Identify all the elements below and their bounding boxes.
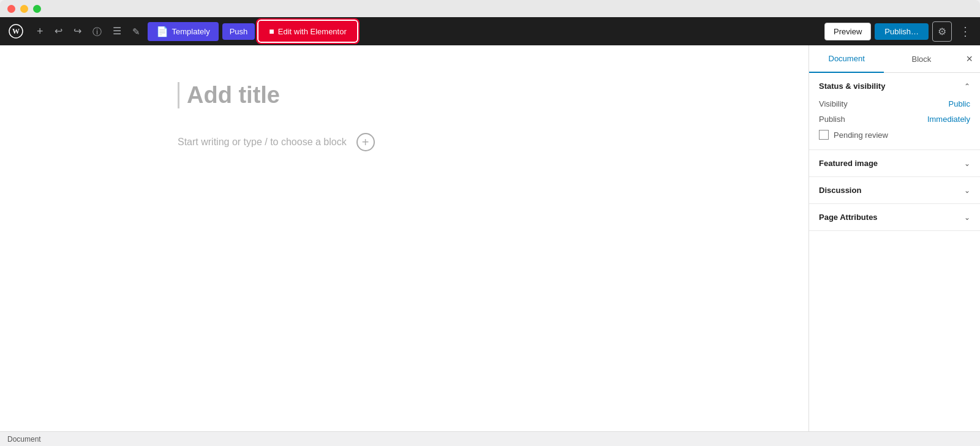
traffic-light-fullscreen[interactable] bbox=[33, 5, 41, 13]
traffic-light-close[interactable] bbox=[7, 5, 15, 13]
add-block-toolbar-button[interactable]: + bbox=[33, 22, 47, 40]
title-input[interactable]: Add title bbox=[178, 82, 631, 108]
main-toolbar: W + ↩ ↪ ⓘ ☰ ✎ 📄 Templately Push ■ Edit w… bbox=[0, 17, 980, 45]
redo-button[interactable]: ↪ bbox=[70, 23, 85, 40]
discussion-section: Discussion ⌄ bbox=[809, 177, 980, 204]
templately-button[interactable]: 📄 Templately bbox=[148, 22, 219, 41]
edit-button[interactable]: ✎ bbox=[129, 23, 144, 40]
sidebar-tabs: Document Block × bbox=[809, 45, 980, 73]
status-visibility-header[interactable]: Status & visibility ⌃ bbox=[809, 73, 980, 99]
visibility-row: Visibility Public bbox=[819, 99, 970, 108]
publish-value[interactable]: Immediately bbox=[927, 115, 970, 124]
edit-with-elementor-button[interactable]: ■ Edit with Elementor bbox=[258, 21, 356, 42]
status-visibility-content: Visibility Public Publish Immediately Pe… bbox=[809, 99, 980, 149]
elementor-icon: ■ bbox=[269, 26, 274, 36]
page-attributes-section: Page Attributes ⌄ bbox=[809, 204, 980, 231]
sidebar-close-button[interactable]: × bbox=[959, 45, 981, 72]
status-chevron-icon: ⌃ bbox=[964, 82, 970, 91]
featured-image-chevron-icon: ⌄ bbox=[964, 159, 970, 168]
editor-area: Add title Start writing or type / to cho… bbox=[0, 45, 809, 431]
pending-review-label: Pending review bbox=[834, 130, 888, 140]
sidebar-body: Status & visibility ⌃ Visibility Public … bbox=[809, 73, 980, 431]
right-sidebar: Document Block × Status & visibility ⌃ V… bbox=[809, 45, 980, 431]
window-chrome bbox=[0, 0, 980, 17]
info-button[interactable]: ⓘ bbox=[89, 23, 105, 40]
featured-image-title: Featured image bbox=[819, 159, 878, 168]
publish-label: Publish bbox=[819, 115, 845, 124]
push-button[interactable]: Push bbox=[222, 23, 255, 40]
status-bar-text: Document bbox=[7, 435, 41, 444]
pending-review-row: Pending review bbox=[819, 130, 970, 140]
status-visibility-title: Status & visibility bbox=[819, 81, 885, 91]
block-placeholder-area: Start writing or type / to choose a bloc… bbox=[178, 133, 631, 151]
list-view-button[interactable]: ☰ bbox=[109, 23, 125, 40]
placeholder-text: Start writing or type / to choose a bloc… bbox=[178, 137, 347, 148]
featured-image-header[interactable]: Featured image ⌄ bbox=[809, 150, 980, 176]
preview-button[interactable]: Preview bbox=[824, 23, 871, 40]
discussion-chevron-icon: ⌄ bbox=[964, 186, 970, 195]
more-options-button[interactable]: ⋮ bbox=[956, 21, 975, 41]
plus-icon: + bbox=[362, 135, 369, 149]
add-block-inline-button[interactable]: + bbox=[356, 133, 375, 151]
status-visibility-section: Status & visibility ⌃ Visibility Public … bbox=[809, 73, 980, 150]
tab-document[interactable]: Document bbox=[809, 45, 884, 73]
editor-content: Add title Start writing or type / to cho… bbox=[178, 82, 631, 151]
undo-button[interactable]: ↩ bbox=[51, 23, 66, 40]
discussion-header[interactable]: Discussion ⌄ bbox=[809, 177, 980, 203]
visibility-value[interactable]: Public bbox=[949, 99, 970, 108]
settings-button[interactable]: ⚙ bbox=[932, 21, 952, 42]
page-attributes-chevron-icon: ⌄ bbox=[964, 213, 970, 222]
page-attributes-title: Page Attributes bbox=[819, 213, 878, 222]
publish-row: Publish Immediately bbox=[819, 115, 970, 124]
featured-image-section: Featured image ⌄ bbox=[809, 150, 980, 177]
pending-review-checkbox[interactable] bbox=[819, 130, 829, 140]
publish-button[interactable]: Publish… bbox=[875, 23, 929, 40]
page-attributes-header[interactable]: Page Attributes ⌄ bbox=[809, 204, 980, 230]
main-layout: Add title Start writing or type / to cho… bbox=[0, 45, 980, 431]
traffic-light-minimize[interactable] bbox=[20, 5, 28, 13]
discussion-title: Discussion bbox=[819, 186, 861, 195]
wp-logo[interactable]: W bbox=[5, 20, 27, 42]
svg-text:W: W bbox=[12, 27, 20, 36]
templately-icon: 📄 bbox=[156, 26, 168, 37]
status-bar: Document bbox=[0, 431, 980, 446]
tab-block[interactable]: Block bbox=[884, 45, 959, 72]
visibility-label: Visibility bbox=[819, 99, 848, 108]
